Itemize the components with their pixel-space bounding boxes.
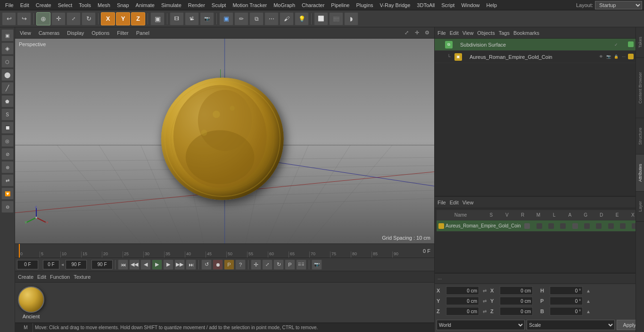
- attr-cell-a[interactable]: [581, 223, 592, 229]
- coord-y-size[interactable]: [500, 297, 533, 305]
- scale-tool-button[interactable]: ⤢: [66, 12, 81, 25]
- auto-key-button[interactable]: P: [224, 259, 234, 270]
- om-menu-file[interactable]: File: [438, 30, 446, 36]
- light-button[interactable]: 💡: [295, 12, 309, 25]
- prev-frame-button[interactable]: ◀: [140, 259, 151, 270]
- material-item[interactable]: Ancient: [18, 286, 44, 319]
- coord-z-size[interactable]: [500, 307, 533, 316]
- viewport-menu-view[interactable]: View: [18, 29, 33, 37]
- poly-mode-button[interactable]: ⬟: [1, 95, 14, 107]
- floor-button[interactable]: ⬜: [314, 12, 328, 25]
- camera-button[interactable]: 📷: [200, 12, 214, 25]
- menu-script[interactable]: Script: [438, 1, 458, 9]
- texture-mode-button[interactable]: ◈: [1, 42, 14, 55]
- om-lock-icon-2[interactable]: 🔒: [613, 54, 619, 60]
- om-menu-objects[interactable]: Objects: [477, 30, 495, 36]
- playback-help-button[interactable]: ?: [235, 259, 246, 270]
- model-mode-button[interactable]: ▣: [1, 29, 14, 41]
- menu-tools[interactable]: Tools: [75, 1, 94, 9]
- material-menu-create[interactable]: Create: [18, 274, 33, 280]
- coord-x-position[interactable]: [446, 286, 479, 295]
- viewport-menu-options[interactable]: Options: [90, 29, 111, 37]
- param-key-button[interactable]: P: [285, 259, 295, 270]
- sky-button[interactable]: ◗: [344, 12, 358, 25]
- redo-button[interactable]: ↪: [17, 12, 31, 25]
- x-axis-button[interactable]: X: [101, 12, 115, 25]
- step-forward-button[interactable]: ▶▶: [174, 259, 185, 270]
- om-render-icon-2[interactable]: 📷: [605, 54, 612, 60]
- attr-cell-m[interactable]: [558, 223, 569, 229]
- coord-h-arrow-icon[interactable]: ▲: [585, 287, 592, 294]
- attr-data-row-coin[interactable]: Aureus_Roman_Empire_Gold_Coin: [437, 220, 642, 232]
- edge-mode-button[interactable]: ╱: [1, 82, 14, 94]
- viewport-menu-filter[interactable]: Filter: [115, 29, 130, 37]
- om-check-icon-1[interactable]: ✓: [613, 41, 619, 48]
- z-axis-button[interactable]: Z: [131, 12, 145, 25]
- world-space-dropdown[interactable]: World Object: [437, 320, 525, 330]
- move-key-button[interactable]: ✛: [251, 259, 261, 270]
- render-anim-button[interactable]: 📽: [185, 12, 199, 25]
- coord-h-rotation[interactable]: [550, 286, 583, 295]
- attr-cell-e[interactable]: [617, 223, 628, 229]
- object-row-subdivision[interactable]: ⧉ Subdivision Surface ✓ ●: [435, 39, 644, 51]
- attr-menu-file[interactable]: File: [438, 200, 446, 205]
- play-forward-button[interactable]: ▶: [152, 259, 162, 270]
- layout-dropdown[interactable]: Startup: [595, 1, 642, 9]
- coord-p-arrow-icon[interactable]: ▲: [585, 297, 592, 305]
- render-preview-button[interactable]: 🎞: [170, 12, 184, 25]
- tweak-button[interactable]: ⊛: [1, 161, 14, 173]
- viewport-canvas[interactable]: Perspective: [15, 39, 434, 243]
- point-key-button[interactable]: ⠿⠿: [296, 259, 306, 270]
- coord-y-lock-icon[interactable]: ⇄: [481, 297, 488, 305]
- solo-button[interactable]: ◎: [1, 135, 14, 147]
- vtab-layer[interactable]: Layer: [636, 192, 644, 222]
- material-menu-edit[interactable]: Edit: [37, 274, 46, 280]
- scale-mode-dropdown[interactable]: Scale Size: [527, 320, 615, 330]
- sculpt-mode-button[interactable]: S: [1, 108, 14, 121]
- preview-end-input[interactable]: [91, 260, 113, 269]
- attr-menu-view[interactable]: View: [462, 200, 474, 205]
- attr-cell-d[interactable]: [605, 223, 616, 229]
- goto-end-button[interactable]: ⏭: [186, 259, 196, 270]
- menu-animate[interactable]: Animate: [132, 1, 158, 9]
- scale-key-button[interactable]: ⤢: [262, 259, 272, 270]
- select-tool-button[interactable]: ⊕: [36, 12, 50, 25]
- attr-cell-v[interactable]: [534, 223, 545, 229]
- coord-z-lock-icon[interactable]: ⇄: [481, 308, 488, 315]
- y-axis-button[interactable]: Y: [116, 12, 130, 25]
- coord-y-position[interactable]: [446, 297, 479, 305]
- transfer-button[interactable]: ⇄: [1, 174, 14, 186]
- coord-b-arrow-icon[interactable]: ▲: [585, 308, 592, 315]
- attr-cell-g[interactable]: [594, 223, 604, 229]
- om-menu-view[interactable]: View: [462, 30, 474, 36]
- menu-mograph[interactable]: MoGraph: [270, 1, 298, 9]
- attr-menu-edit[interactable]: Edit: [450, 200, 459, 205]
- coord-x-lock-icon[interactable]: ⇄: [481, 287, 488, 294]
- viewport-menu-cameras[interactable]: Cameras: [37, 29, 62, 37]
- move-tool-button[interactable]: ✛: [51, 12, 66, 25]
- coord-b-rotation[interactable]: [550, 307, 583, 316]
- vtab-content-browser[interactable]: Content Browser: [636, 58, 644, 118]
- deform-button[interactable]: ⧉: [249, 12, 264, 25]
- point-mode-button[interactable]: ⬤: [1, 69, 14, 81]
- menu-mesh[interactable]: Mesh: [94, 1, 114, 9]
- floor2-button[interactable]: ░░: [329, 12, 343, 25]
- viewport-move-icon[interactable]: ✛: [413, 29, 421, 37]
- array-button[interactable]: ⋯: [264, 12, 279, 25]
- om-visible-icon-2[interactable]: 👁: [598, 54, 604, 60]
- menu-motion-tracker[interactable]: Motion Tracker: [229, 1, 270, 9]
- magnet-button[interactable]: 🔽: [1, 187, 14, 200]
- vtab-takes[interactable]: Takes: [636, 27, 644, 58]
- loop-button[interactable]: ↺: [201, 259, 212, 270]
- rotate-tool-button[interactable]: ↻: [82, 12, 96, 25]
- menu-file[interactable]: File: [2, 1, 17, 9]
- vtab-attributes[interactable]: Attributes: [636, 154, 644, 192]
- menu-pipeline[interactable]: Pipeline: [328, 1, 353, 9]
- end-frame-input[interactable]: [66, 260, 87, 269]
- attr-cell-l[interactable]: [570, 223, 580, 229]
- timeline-section[interactable]: 0 5 10 15 20 25 30 35 40 45 50 55 60 65 …: [15, 243, 434, 258]
- attr-cell-r[interactable]: [545, 223, 556, 229]
- next-frame-button[interactable]: ▶: [163, 259, 173, 270]
- start-frame-input[interactable]: [17, 260, 38, 269]
- goto-start-button[interactable]: ⏮: [118, 259, 128, 270]
